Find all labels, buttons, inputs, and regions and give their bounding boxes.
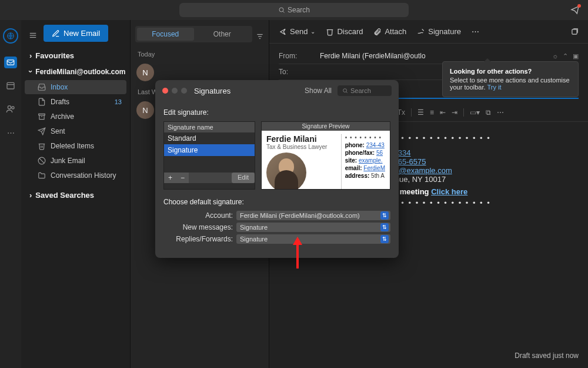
global-search[interactable]: Search	[179, 3, 409, 17]
preview-avatar	[266, 152, 306, 190]
defaults-label: Choose default signature:	[163, 198, 390, 206]
chevron-down-icon: ⌄	[310, 28, 315, 35]
folder-sent[interactable]: Sent	[25, 124, 126, 138]
svg-rect-18	[572, 29, 577, 34]
theme-icon[interactable]: ☼	[552, 52, 558, 60]
svg-point-0	[279, 8, 283, 12]
close-window-button[interactable]	[162, 88, 168, 94]
folder-icon	[38, 171, 46, 180]
draft-icon	[38, 98, 46, 106]
modal-title: Signatures	[194, 87, 230, 95]
try-it-link[interactable]: Try it	[487, 84, 501, 91]
avatar: N	[136, 101, 154, 119]
more-actions-tooltip: Looking for other actions? Select to see…	[442, 61, 579, 97]
saved-searches-section[interactable]: › Saved Searches	[25, 187, 126, 203]
signature-preview: Signature Preview Ferdie Milani Tax & Bu…	[261, 121, 390, 190]
more-actions-button[interactable]: ⋯	[472, 27, 479, 36]
tab-other[interactable]: Other	[194, 28, 251, 41]
folder-sidebar: New Email › Favourites › FerdieMilani@ou…	[21, 20, 131, 368]
sent-icon	[38, 127, 46, 135]
minimize-window-button[interactable]	[172, 88, 178, 94]
svg-rect-11	[39, 114, 45, 115]
global-search-placeholder: Search	[288, 6, 310, 14]
svg-point-19	[343, 89, 347, 92]
folder-archive[interactable]: Archive	[25, 110, 126, 124]
globe-icon[interactable]	[3, 28, 18, 44]
image-button[interactable]: ▭▾	[470, 108, 480, 117]
filter-icon[interactable]	[256, 32, 264, 41]
chevron-down-icon: ›	[26, 70, 35, 72]
signature-button[interactable]: Signature	[417, 27, 461, 36]
bullets-button[interactable]: ☰	[417, 108, 424, 117]
edit-signature-button[interactable]: Edit	[232, 173, 255, 183]
announcement-icon[interactable]	[570, 5, 580, 15]
chevron-updown-icon: ⇅	[380, 223, 389, 231]
default-account-row: Account: Ferdie Milani (FerdieMilani@out…	[163, 211, 390, 220]
more-rail-icon[interactable]: ⋯	[4, 126, 17, 139]
inbox-tabs: Focused Other	[135, 26, 252, 42]
account-select[interactable]: Ferdie Milani (FerdieMilani@outlook.com)…	[236, 211, 390, 220]
chevron-updown-icon: ⇅	[380, 211, 389, 220]
chevron-right-icon: ›	[29, 191, 32, 200]
discard-button[interactable]: Discard	[326, 27, 363, 36]
svg-line-20	[346, 92, 348, 93]
avatar: N	[136, 64, 154, 81]
collapse-icon[interactable]: ⌃	[563, 52, 568, 60]
inbox-icon	[38, 83, 46, 91]
tab-focused[interactable]: Focused	[137, 28, 194, 41]
junk-icon	[38, 157, 46, 165]
svg-point-7	[12, 107, 14, 109]
signature-item-signature[interactable]: Signature	[164, 144, 255, 156]
popout-icon[interactable]	[570, 28, 579, 36]
folder-drafts[interactable]: Drafts 13	[25, 95, 126, 109]
mail-app-icon[interactable]	[4, 57, 17, 68]
svg-line-1	[283, 11, 284, 12]
svg-point-6	[8, 106, 11, 109]
new-email-button[interactable]: New Email	[44, 25, 108, 42]
top-bar: Search	[0, 0, 588, 20]
show-all-button[interactable]: Show All	[305, 87, 332, 95]
chevron-updown-icon: ⇅	[380, 235, 389, 243]
svg-line-14	[39, 158, 44, 163]
svg-rect-3	[7, 60, 14, 65]
chevron-right-icon: ›	[29, 51, 32, 60]
favourites-section[interactable]: › Favourites	[25, 48, 126, 64]
folder-junk[interactable]: Junk Email	[25, 154, 126, 168]
people-rail-icon[interactable]	[4, 102, 17, 115]
archive-icon	[38, 112, 46, 121]
signatures-modal: Signatures Show All Search Edit signatur…	[155, 80, 399, 258]
new-messages-select[interactable]: Signature ⇅	[236, 223, 390, 232]
add-signature-button[interactable]: +	[164, 173, 176, 183]
send-button[interactable]: Send ⌄	[279, 27, 315, 36]
draft-status: Draft saved just now	[514, 352, 579, 360]
signature-item-standard[interactable]: Standard	[164, 132, 255, 144]
edit-signature-label: Edit signature:	[163, 108, 390, 117]
indent-button[interactable]: ⇥	[452, 108, 457, 117]
app-rail: ⋯	[0, 20, 21, 368]
numbers-button[interactable]: ≡	[430, 108, 434, 117]
outdent-button[interactable]: ⇤	[440, 108, 446, 117]
click-here-link[interactable]: Click here	[431, 187, 467, 196]
zoom-window-button[interactable]	[181, 88, 187, 94]
attach-button[interactable]: Attach	[373, 27, 406, 36]
signature-list: Signature name Standard Signature + − Ed…	[163, 121, 255, 190]
calendar-rail-icon[interactable]	[4, 79, 17, 92]
default-replies-row: Replies/Forwards: Signature ⇅	[163, 234, 390, 244]
account-section[interactable]: › FerdieMilani@outlook.com	[25, 64, 126, 79]
compose-toolbar: Send ⌄ Discard Attach Signature ⋯	[269, 20, 588, 44]
remove-signature-button[interactable]: −	[176, 173, 189, 183]
trash-icon	[38, 142, 46, 150]
modal-search[interactable]: Search	[338, 85, 392, 96]
link-button[interactable]: ⧉	[486, 108, 491, 117]
folder-inbox[interactable]: Inbox	[25, 80, 126, 94]
expand-icon[interactable]: ▣	[573, 52, 579, 60]
more-format-button[interactable]: ⋯	[497, 108, 504, 117]
folder-conversation-history[interactable]: Conversation History	[25, 168, 126, 183]
folder-deleted[interactable]: Deleted Items	[25, 139, 126, 153]
day-group-today: Today	[138, 51, 264, 58]
hamburger-icon[interactable]	[28, 31, 38, 39]
replies-forwards-select[interactable]: Signature ⇅	[236, 234, 390, 244]
svg-rect-4	[7, 82, 14, 89]
default-newmsg-row: New messages: Signature ⇅	[163, 223, 390, 232]
